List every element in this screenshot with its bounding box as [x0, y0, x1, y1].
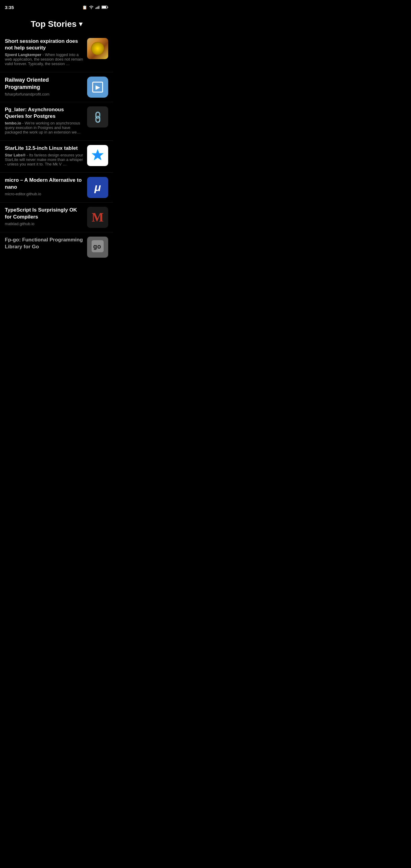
- svg-rect-2: [98, 6, 98, 9]
- story-title: micro – A Modern Alternative to nano: [5, 177, 84, 190]
- status-bar: 3:35 📋: [0, 0, 113, 13]
- story-title: TypeScript Is Surprisingly OK for Compil…: [5, 207, 84, 220]
- author-name: tembo.io: [5, 121, 21, 125]
- story-content: micro – A Modern Alternative to nano mic…: [5, 177, 84, 196]
- stories-list: Short session expiration does not help s…: [0, 34, 113, 268]
- story-author: Sjoerd Langkemper - When logged into a w…: [5, 53, 84, 66]
- svg-rect-0: [96, 7, 96, 9]
- medium-icon: M: [92, 210, 104, 224]
- list-item[interactable]: Railway Oriented Programming fsharpforfu…: [0, 72, 113, 102]
- list-item[interactable]: StarLite 12.5-inch Linux tablet Star Lab…: [0, 141, 113, 173]
- list-item[interactable]: Pg_later: Asynchronous Queries for Postg…: [0, 102, 113, 141]
- story-author: Star Labs® - Its fanless design ensures …: [5, 153, 84, 166]
- story-title: Pg_later: Asynchronous Queries for Postg…: [5, 106, 84, 120]
- railway-icon: ▶: [92, 82, 103, 93]
- author-name: Star Labs®: [5, 153, 26, 157]
- stories-title-button[interactable]: Top Stories ▾: [31, 19, 82, 29]
- clipboard-icon: 📋: [82, 5, 87, 10]
- link-icon: 🔗: [90, 110, 105, 124]
- list-item[interactable]: Short session expiration does not help s…: [0, 34, 113, 72]
- story-thumbnail: [87, 38, 108, 59]
- story-content: Short session expiration does not help s…: [5, 38, 84, 68]
- story-content: StarLite 12.5-inch Linux tablet Star Lab…: [5, 145, 84, 168]
- story-content: Railway Oriented Programming fsharpforfu…: [5, 76, 84, 96]
- story-title: Railway Oriented Programming: [5, 76, 84, 91]
- story-content: TypeScript Is Surprisingly OK for Compil…: [5, 207, 84, 226]
- svg-marker-7: [92, 150, 103, 160]
- wifi-icon: [89, 5, 94, 9]
- status-icons: 📋: [82, 5, 108, 10]
- story-domain: matklad.github.io: [5, 221, 84, 226]
- micro-icon: μ: [94, 181, 101, 194]
- story-thumbnail: [87, 145, 108, 166]
- story-title: Short session expiration does not help s…: [5, 38, 84, 51]
- author-name: Sjoerd Langkemper: [5, 53, 41, 57]
- status-time: 3:35: [5, 5, 14, 10]
- starlabs-icon: [90, 148, 105, 163]
- author-separator: -: [42, 53, 45, 57]
- story-title: StarLite 12.5-inch Linux tablet: [5, 145, 84, 152]
- svg-text:go: go: [93, 243, 101, 250]
- svg-rect-3: [99, 6, 99, 9]
- story-thumbnail: M: [87, 207, 108, 228]
- list-item[interactable]: Fp-go: Functional Programming Library fo…: [0, 232, 113, 262]
- story-title: Fp-go: Functional Programming Library fo…: [5, 237, 84, 250]
- page-header[interactable]: Top Stories ▾: [0, 13, 113, 34]
- fpgo-icon: go: [92, 240, 104, 254]
- signal-icon: [96, 5, 100, 9]
- story-thumbnail: go: [87, 237, 108, 258]
- list-item[interactable]: micro – A Modern Alternative to nano mic…: [0, 173, 113, 203]
- story-thumbnail: ▶: [87, 76, 108, 98]
- story-domain: micro-editor.github.io: [5, 192, 84, 196]
- svg-rect-5: [102, 6, 106, 8]
- story-thumbnail: μ: [87, 177, 108, 198]
- chevron-down-icon: ▾: [79, 20, 82, 28]
- story-author: tembo.io - We're working on asynchronous…: [5, 121, 84, 134]
- battery-icon: [101, 5, 108, 9]
- svg-rect-6: [107, 7, 108, 8]
- list-item[interactable]: TypeScript Is Surprisingly OK for Compil…: [0, 203, 113, 232]
- story-thumbnail: 🔗: [87, 106, 108, 127]
- page-title: Top Stories: [31, 19, 76, 29]
- story-domain: fsharpforfunandprofit.com: [5, 92, 84, 96]
- story-content: Pg_later: Asynchronous Queries for Postg…: [5, 106, 84, 136]
- svg-rect-1: [97, 7, 97, 9]
- story-content: Fp-go: Functional Programming Library fo…: [5, 237, 84, 251]
- author-separator: -: [22, 121, 25, 125]
